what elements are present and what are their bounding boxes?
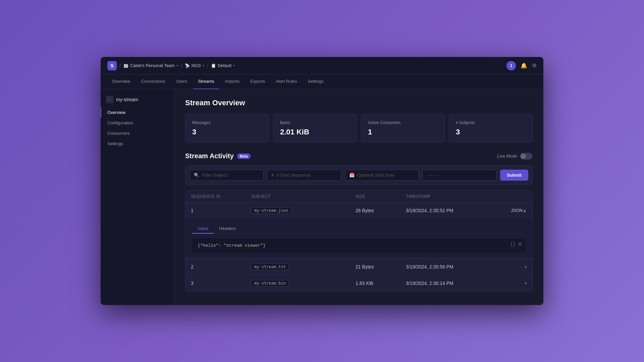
sidebar-collapse-button[interactable]: ‹ (106, 96, 113, 103)
chevron-down-icon-2: ▾ (233, 64, 235, 67)
subject-badge-3: my-stream.bin (251, 280, 289, 287)
tab-users[interactable]: Users (171, 74, 192, 89)
stat-value-messages: 3 (192, 128, 262, 136)
live-mode-switch[interactable] (520, 153, 533, 160)
section-header: Stream Activity Beta Live Mode (185, 152, 533, 160)
expanded-content-1: JSON ▾ Value Headers {"hello": "stream v… (185, 219, 532, 258)
ngs-icon: 📡 (185, 63, 190, 68)
header-size: Size (356, 194, 406, 199)
start-sequence-input[interactable] (277, 173, 337, 178)
chevron-down-icon-format: ▾ (524, 208, 526, 212)
header-actions (510, 194, 527, 199)
nav-tabs: Overview Connections Users Streams Impor… (101, 74, 543, 89)
toggle-knob (521, 154, 526, 159)
expanded-tabs: Value Headers (192, 224, 526, 234)
stat-card-subjects: # Subjects 3 (449, 114, 533, 143)
subject-badge-1: my-stream.json (251, 207, 291, 214)
row-expand-button-2[interactable]: ▾ (510, 264, 527, 269)
stat-value-subjects: 3 (456, 128, 526, 136)
time-input[interactable] (427, 173, 492, 178)
code-actions: {} ⧉ (510, 242, 522, 247)
cell-timestamp-2: 3/19/2024, 2:35:56 PM (406, 264, 510, 269)
sidebar-item-consumers[interactable]: Consumers (101, 128, 174, 138)
filter-bar: 🔍 # 📅 Submit (185, 165, 533, 185)
start-sequence-wrapper: # (267, 170, 341, 181)
stats-grid: Messages 3 Bytes 2.01 KiB Active Consume… (185, 114, 533, 143)
table-row-main-1: 1 my-stream.json 26 Bytes 3/19/2024, 2:3… (185, 202, 532, 219)
header-subject: Subject (251, 194, 356, 199)
sidebar-header: ‹ my-stream (101, 95, 174, 107)
notification-icon[interactable]: 🔔 (521, 62, 527, 69)
sidebar-item-settings[interactable]: Settings (101, 138, 174, 149)
sidebar-item-configuration[interactable]: Configuration (101, 118, 174, 128)
breadcrumb-default[interactable]: 📋 Default ▾ (211, 63, 235, 68)
cell-size-3: 1.83 KiB (356, 281, 406, 286)
copy-icon[interactable]: ⧉ (518, 242, 522, 247)
settings-icon[interactable]: ⚙ (532, 62, 537, 69)
time-wrapper (422, 170, 496, 181)
stat-value-bytes: 2.01 KiB (280, 128, 350, 136)
chevron-down-icon-1: ▾ (203, 64, 204, 67)
breadcrumb-sep-0: / (119, 63, 121, 68)
top-bar-left: S / 🏢 Caleb's Personal Team ▾ / 📡 NGS ▾ … (107, 61, 506, 70)
section-title: Stream Activity (185, 152, 234, 160)
tab-exports[interactable]: Exports (246, 74, 270, 89)
sidebar: ‹ my-stream Overview Configuration Consu… (101, 89, 174, 305)
submit-button[interactable]: Submit (500, 170, 528, 181)
tab-settings[interactable]: Settings (303, 74, 328, 89)
table-row-main-2: 2 my-stream.txt 21 Bytes 3/19/2024, 2:35… (185, 259, 532, 275)
stat-label-messages: Messages (192, 120, 262, 125)
cell-size-2: 21 Bytes (356, 264, 406, 269)
format-code-icon[interactable]: {} (510, 242, 516, 247)
code-block-1: {"hello": "stream viewer"} {} ⧉ (192, 238, 526, 253)
start-date-wrapper: 📅 (345, 170, 419, 181)
row-expand-button-3[interactable]: ▾ (510, 281, 527, 286)
sidebar-stream-name: my-stream (116, 97, 138, 102)
page-content: Stream Overview Messages 3 Bytes 2.01 Ki… (174, 89, 543, 305)
breadcrumb-ngs[interactable]: 📡 NGS ▾ (185, 63, 204, 68)
cell-id-1: 1 (191, 208, 251, 213)
beta-badge: Beta (237, 154, 251, 159)
table-header: Sequence ID Subject Size Timestamp (185, 191, 532, 202)
app-logo: S (107, 61, 117, 70)
breadcrumb-team[interactable]: 🏢 Caleb's Personal Team ▾ (123, 63, 178, 68)
tab-connections[interactable]: Connections (136, 74, 170, 89)
cell-subject-1: my-stream.json (251, 207, 356, 214)
tab-value[interactable]: Value (192, 224, 214, 234)
page-title: Stream Overview (185, 99, 533, 107)
sidebar-item-overview[interactable]: Overview (101, 107, 174, 118)
cell-size-1: 26 Bytes (356, 208, 406, 213)
default-icon: 📋 (211, 63, 216, 68)
calendar-icon: 📅 (349, 173, 355, 178)
header-timestamp: Timestamp (406, 194, 510, 199)
subject-badge-2: my-stream.txt (251, 263, 289, 270)
tab-overview[interactable]: Overview (107, 74, 135, 89)
stat-label-bytes: Bytes (280, 120, 350, 125)
code-content-1: {"hello": "stream viewer"} (198, 243, 266, 248)
stat-card-messages: Messages 3 (185, 114, 269, 143)
stat-label-subjects: # Subjects (456, 120, 526, 125)
breadcrumb-sep-1: / (181, 63, 182, 68)
format-label: JSON (511, 208, 523, 213)
search-icon: 🔍 (194, 173, 199, 178)
top-bar: S / 🏢 Caleb's Personal Team ▾ / 📡 NGS ▾ … (101, 57, 543, 74)
cell-id-2: 2 (191, 264, 251, 269)
app-window: S / 🏢 Caleb's Personal Team ▾ / 📡 NGS ▾ … (101, 57, 543, 305)
start-date-input[interactable] (357, 173, 415, 178)
stat-card-bytes: Bytes 2.01 KiB (273, 114, 357, 143)
table-row-main-3: 3 my-stream.bin 1.83 KiB 3/19/2024, 2:36… (185, 275, 532, 291)
cell-subject-3: my-stream.bin (251, 280, 356, 287)
filter-subject-input[interactable] (202, 173, 259, 178)
cell-subject-2: my-stream.txt (251, 263, 356, 270)
breadcrumb-sep-2: / (207, 63, 208, 68)
avatar[interactable]: 1 (506, 61, 516, 70)
cell-id-3: 3 (191, 281, 251, 286)
live-mode-label: Live Mode (497, 154, 517, 159)
tab-alert-rules[interactable]: Alert Rules (271, 74, 302, 89)
tab-streams[interactable]: Streams (193, 74, 219, 89)
tab-headers[interactable]: Headers (214, 224, 241, 234)
filter-subject-wrapper: 🔍 (190, 170, 264, 181)
tab-imports[interactable]: Imports (220, 74, 244, 89)
stat-card-active-consumers: Active Consumers 1 (361, 114, 445, 143)
chevron-down-icon-0: ▾ (176, 64, 178, 67)
